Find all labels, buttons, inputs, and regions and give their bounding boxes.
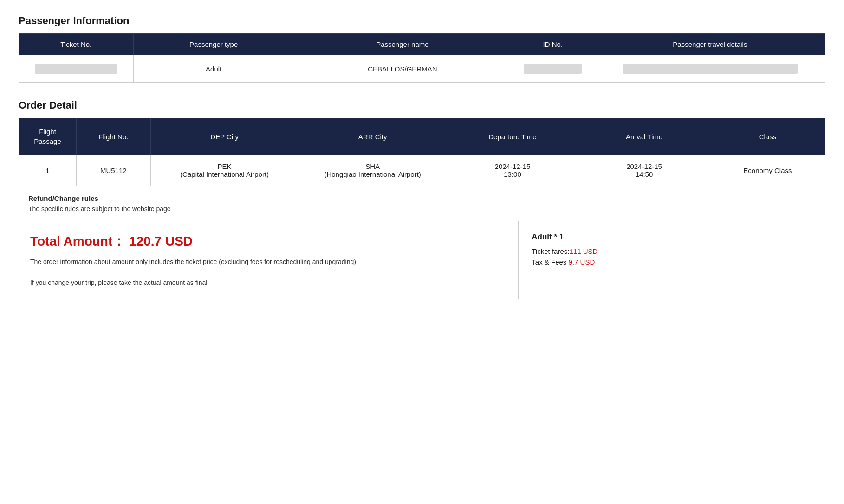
total-note: The order information about amount only … <box>30 257 507 288</box>
col-flight-no: Flight No. <box>77 118 151 155</box>
passenger-table: Ticket No. Passenger type Passenger name… <box>19 33 825 83</box>
order-section-title: Order Detail <box>19 99 825 111</box>
total-amount-value: 120.7 USD <box>129 234 193 248</box>
total-left: Total Amount： 120.7 USD The order inform… <box>19 221 519 299</box>
col-passenger-name: Passenger name <box>294 34 511 55</box>
col-class: Class <box>710 118 825 155</box>
class-cell: Economy Class <box>710 155 825 186</box>
col-departure-time: Departure Time <box>447 118 578 155</box>
col-travel-details: Passenger travel details <box>595 34 825 55</box>
flight-passage-number: 1 <box>19 155 77 186</box>
refund-cell: Refund/Change rules The specific rules a… <box>19 186 825 221</box>
col-passenger-type: Passenger type <box>133 34 294 55</box>
departure-time: 13:00 <box>504 170 521 178</box>
departure-date: 2024-12-15 <box>495 162 531 170</box>
ticket-fares-value: 111 USD <box>569 247 597 255</box>
arrival-time-cell: 2024-12-15 14:50 <box>578 155 710 186</box>
tax-fees-line: Tax & Fees 9.7 USD <box>532 258 812 266</box>
passenger-summary-title: Adult * 1 <box>532 233 812 242</box>
ticket-fares-label: Ticket fares: <box>532 247 569 255</box>
passenger-section: Passenger Information Ticket No. Passeng… <box>19 15 825 83</box>
col-arr-city: ARR City <box>299 118 447 155</box>
tax-fees-value: 9.7 USD <box>569 258 595 266</box>
col-id-no: ID No. <box>511 34 595 55</box>
order-section: Order Detail Flight Passage Flight No. D… <box>19 99 825 299</box>
passenger-name-cell: CEBALLOS/GERMAN <box>294 55 511 83</box>
refund-title: Refund/Change rules <box>28 194 816 202</box>
refund-row: Refund/Change rules The specific rules a… <box>19 186 825 221</box>
dep-city-code: PEK <box>218 162 232 170</box>
total-amount-label: Total Amount： <box>30 234 125 248</box>
total-note-line2: If you change your trip, please take the… <box>30 279 209 286</box>
arrival-date: 2024-12-15 <box>626 162 662 170</box>
ticket-fares-line: Ticket fares:111 USD <box>532 247 812 255</box>
passenger-type-cell: Adult <box>133 55 294 83</box>
travel-details-redacted <box>623 64 798 74</box>
refund-text: The specific rules are subject to the we… <box>28 205 816 213</box>
ticket-no-cell <box>19 55 134 83</box>
passenger-section-title: Passenger Information <box>19 15 825 27</box>
id-no-redacted <box>524 64 582 74</box>
col-dep-city: DEP City <box>150 118 299 155</box>
arr-city-code: SHA <box>365 162 380 170</box>
dep-city-sub: (Capital International Airport) <box>180 170 269 178</box>
total-amount-line: Total Amount： 120.7 USD <box>30 233 507 250</box>
travel-details-cell <box>595 55 825 83</box>
departure-time-cell: 2024-12-15 13:00 <box>447 155 578 186</box>
col-flight-passage: Flight Passage <box>19 118 77 155</box>
flight-no-cell: MU5112 <box>77 155 151 186</box>
total-right: Adult * 1 Ticket fares:111 USD Tax & Fee… <box>519 221 825 299</box>
id-no-cell <box>511 55 595 83</box>
arr-city-cell: SHA (Hongqiao International Airport) <box>299 155 447 186</box>
passenger-row: Adult CEBALLOS/GERMAN <box>19 55 825 83</box>
col-arrival-time: Arrival Time <box>578 118 710 155</box>
arrival-time: 14:50 <box>636 170 653 178</box>
ticket-no-redacted <box>35 64 117 74</box>
flight-row: 1 MU5112 PEK (Capital International Airp… <box>19 155 825 186</box>
total-section: Total Amount： 120.7 USD The order inform… <box>19 221 825 299</box>
dep-city-cell: PEK (Capital International Airport) <box>150 155 299 186</box>
total-note-line1: The order information about amount only … <box>30 258 358 265</box>
order-table: Flight Passage Flight No. DEP City ARR C… <box>19 118 825 221</box>
col-ticket-no: Ticket No. <box>19 34 134 55</box>
arr-city-sub: (Hongqiao International Airport) <box>324 170 421 178</box>
tax-fees-label: Tax & Fees <box>532 258 566 266</box>
